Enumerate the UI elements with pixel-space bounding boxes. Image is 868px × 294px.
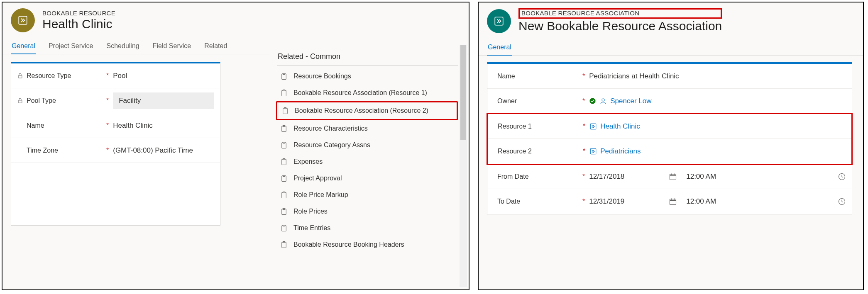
related-item-label: Time Entries <box>293 224 330 232</box>
related-heading: Related - Common <box>276 51 467 65</box>
lock-icon <box>17 97 23 104</box>
svg-rect-17 <box>282 192 286 198</box>
related-item-label: Resource Bookings <box>293 73 351 80</box>
field-label: Name <box>27 122 44 129</box>
related-panel: Related - Common Resource Bookings Booka… <box>270 45 467 287</box>
tab-project-service[interactable]: Project Service <box>48 40 94 54</box>
entity-avatar <box>487 9 511 33</box>
required-marker: * <box>582 173 589 180</box>
svg-rect-5 <box>282 90 286 96</box>
related-item-label: Role Price Markup <box>293 191 348 199</box>
field-name: Name * Pediatricians at Health Clinic <box>487 64 852 89</box>
related-item-time-entries[interactable]: Time Entries <box>276 220 458 236</box>
related-item-bra1[interactable]: Bookable Resource Association (Resource … <box>276 85 458 101</box>
related-item-expenses[interactable]: Expenses <box>276 153 458 170</box>
related-item-project-approval[interactable]: Project Approval <box>276 170 458 187</box>
field-value[interactable]: Pool <box>113 72 214 80</box>
left-pane: BOOKABLE RESOURCE Health Clinic General … <box>2 2 469 290</box>
field-value[interactable]: (GMT-08:00) Pacific Time <box>113 146 214 155</box>
clipboard-icon <box>280 89 288 97</box>
resource1-lookup[interactable]: Health Clinic <box>589 122 846 131</box>
owner-name: Spencer Low <box>610 97 651 105</box>
clipboard-icon <box>280 174 288 182</box>
related-item-role-price-markup[interactable]: Role Price Markup <box>276 187 458 203</box>
clipboard-icon <box>280 158 288 166</box>
scrollbar[interactable] <box>460 45 467 287</box>
tab-general[interactable]: General <box>487 41 512 55</box>
svg-rect-23 <box>282 242 286 248</box>
clipboard-icon <box>280 224 288 232</box>
tab-field-service[interactable]: Field Service <box>152 40 192 54</box>
clipboard-icon <box>280 72 288 80</box>
field-pool-type: Pool Type * Facility <box>11 88 220 113</box>
clipboard-icon <box>280 141 288 149</box>
svg-rect-3 <box>282 74 286 80</box>
right-pane: BOOKABLE RESOURCE ASSOCIATION New Bookab… <box>478 2 864 290</box>
field-resource-1: Resource 1 * Health Clinic <box>488 114 851 139</box>
required-marker: * <box>582 97 589 105</box>
related-item-category-assns[interactable]: Resource Category Assns <box>276 137 458 153</box>
related-item-label: Resource Category Assns <box>293 141 370 149</box>
related-item-characteristics[interactable]: Resource Characteristics <box>276 120 458 137</box>
record-header: BOOKABLE RESOURCE Health Clinic <box>2 2 469 40</box>
field-label: From Date <box>497 173 529 180</box>
required-marker: * <box>583 123 589 130</box>
field-label: To Date <box>497 198 520 205</box>
from-time-value[interactable]: 12:00 AM <box>686 173 829 181</box>
related-item-role-prices[interactable]: Role Prices <box>276 203 458 220</box>
tab-related[interactable]: Related <box>203 40 228 54</box>
svg-rect-19 <box>282 209 286 215</box>
resource2-lookup[interactable]: Pediatricians <box>589 147 846 156</box>
scrollbar-thumb[interactable] <box>460 45 466 140</box>
field-label: Owner <box>497 97 517 105</box>
resource-icon <box>17 15 28 26</box>
from-date-value[interactable]: 12/17/2018 <box>589 173 660 181</box>
field-from-date: From Date * 12/17/2018 12:00 AM <box>487 164 852 189</box>
entity-type-label: BOOKABLE RESOURCE <box>42 10 115 17</box>
clipboard-icon <box>280 124 288 133</box>
field-time-zone: Time Zone * (GMT-08:00) Pacific Time <box>11 138 220 163</box>
field-label: Name <box>497 73 515 80</box>
required-marker: * <box>106 122 113 129</box>
svg-rect-13 <box>282 159 286 165</box>
clipboard-icon <box>280 241 288 249</box>
calendar-icon[interactable] <box>669 173 677 181</box>
person-icon <box>599 97 607 105</box>
related-item-label: Bookable Resource Association (Resource … <box>293 89 427 97</box>
related-item-label: Expenses <box>293 158 323 165</box>
check-circle-icon <box>589 97 596 104</box>
owner-lookup[interactable]: Spencer Low <box>589 97 846 105</box>
related-item-label: Bookable Resource Association (Resource … <box>295 107 428 114</box>
svg-rect-2 <box>18 100 22 103</box>
lock-icon <box>17 73 23 79</box>
general-form: Name * Pediatricians at Health Clinic Ow… <box>487 62 852 214</box>
calendar-icon[interactable] <box>669 197 677 206</box>
field-to-date: To Date * 12/31/2019 12:00 AM <box>487 189 852 214</box>
related-item-resource-bookings[interactable]: Resource Bookings <box>276 68 458 85</box>
field-value[interactable]: Health Clinic <box>113 121 214 130</box>
related-item-booking-headers[interactable]: Bookable Resource Booking Headers <box>276 236 458 253</box>
related-item-bra2[interactable]: Bookable Resource Association (Resource … <box>276 101 458 120</box>
resource-icon <box>494 16 504 27</box>
required-marker: * <box>583 148 589 155</box>
highlighted-resources: Resource 1 * Health Clinic Resource 2 * <box>487 113 853 165</box>
tab-bar: General <box>479 41 863 56</box>
field-value[interactable]: Facility <box>113 92 214 109</box>
general-form: Resource Type * Pool Pool Type * Facilit… <box>11 62 220 226</box>
clock-icon[interactable] <box>838 197 846 206</box>
field-value[interactable]: Pediatricians at Health Clinic <box>589 72 846 80</box>
related-item-label: Project Approval <box>293 175 342 182</box>
required-marker: * <box>106 147 113 154</box>
clock-icon[interactable] <box>838 173 846 181</box>
tab-scheduling[interactable]: Scheduling <box>106 40 140 54</box>
svg-point-27 <box>602 99 604 101</box>
blank-space <box>11 163 220 225</box>
to-time-value[interactable]: 12:00 AM <box>686 197 829 206</box>
related-item-label: Role Prices <box>293 208 328 215</box>
field-resource-type: Resource Type * Pool <box>11 63 220 88</box>
to-date-value[interactable]: 12/31/2019 <box>589 197 660 206</box>
entity-title: New Bookable Resource Association <box>518 19 722 34</box>
resource1-name: Health Clinic <box>600 122 640 131</box>
divider <box>277 65 458 66</box>
tab-general[interactable]: General <box>11 40 36 54</box>
